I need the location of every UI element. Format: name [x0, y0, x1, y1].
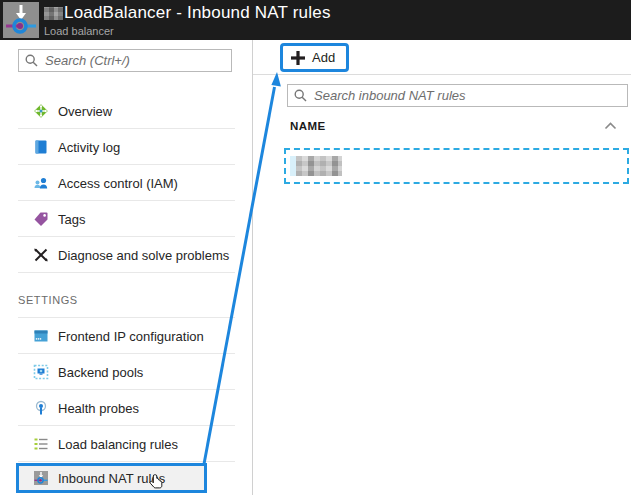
inbound-nat-rules-icon — [33, 470, 49, 486]
overview-icon — [33, 103, 49, 119]
settings-section-header: SETTINGS — [0, 273, 252, 318]
menu-item-label: Overview — [58, 104, 112, 119]
menu-item-health-probes[interactable]: Health probes — [0, 390, 252, 426]
menu-item-label: Diagnose and solve problems — [58, 248, 229, 263]
column-header-name[interactable]: NAME — [290, 120, 325, 132]
menu-item-label: Tags — [58, 212, 85, 227]
redacted-name-prefix — [44, 7, 63, 20]
blade-menu: Overview Activity log — [0, 40, 253, 495]
tags-icon — [33, 211, 49, 227]
page-subtitle: Load balancer — [44, 25, 331, 37]
command-bar: Add — [253, 40, 631, 75]
inbound-nat-rules-panel: Add NAME — [253, 40, 631, 495]
nat-rules-search-box[interactable] — [287, 84, 628, 107]
settings-section-label: SETTINGS — [18, 294, 78, 306]
menu-item-label: Health probes — [58, 401, 139, 416]
access-control-icon — [33, 175, 49, 191]
nat-rule-row[interactable] — [284, 148, 629, 184]
page-title: LoadBalancer - Inbound NAT rules — [64, 3, 331, 23]
menu-item-label: Inbound NAT rules — [58, 471, 165, 486]
redacted-rule-name-block — [296, 156, 342, 176]
menu-item-frontend-ip[interactable]: Frontend IP configuration — [0, 318, 252, 354]
menu-item-label: Access control (IAM) — [58, 176, 178, 191]
menu-item-inbound-nat-rules-wrap: Inbound NAT rules — [0, 463, 252, 494]
menu-item-label: Activity log — [58, 140, 120, 155]
activity-log-icon — [33, 139, 49, 155]
menu-items: Overview Activity log — [0, 93, 252, 494]
search-icon — [294, 89, 307, 102]
health-probes-icon — [33, 400, 49, 416]
menu-item-backend-pools[interactable]: Backend pools — [0, 354, 252, 390]
load-balancing-rules-icon — [33, 436, 49, 452]
nat-rules-search-input[interactable] — [314, 88, 621, 103]
menu-item-label: Backend pools — [58, 365, 143, 380]
menu-item-overview[interactable]: Overview — [0, 93, 252, 129]
redacted-rule-name — [290, 156, 342, 176]
menu-search-input[interactable] — [45, 53, 225, 68]
menu-search-box[interactable] — [18, 49, 232, 72]
add-button-label: Add — [312, 50, 335, 65]
menu-item-diagnose[interactable]: Diagnose and solve problems — [0, 237, 252, 273]
table-header-row: NAME — [290, 120, 617, 132]
azure-portal-blade: LoadBalancer - Inbound NAT rules Load ba… — [0, 0, 631, 495]
load-balancer-icon — [3, 2, 39, 38]
chevron-up-icon[interactable] — [604, 122, 617, 130]
blade-header: LoadBalancer - Inbound NAT rules Load ba… — [0, 0, 631, 40]
menu-item-load-balancing-rules[interactable]: Load balancing rules — [0, 426, 252, 462]
backend-pools-icon — [33, 364, 49, 380]
plus-icon — [291, 51, 305, 65]
frontend-ip-icon — [33, 328, 49, 344]
menu-item-activity-log[interactable]: Activity log — [0, 129, 252, 165]
menu-item-tags[interactable]: Tags — [0, 201, 252, 237]
menu-item-inbound-nat-rules[interactable]: Inbound NAT rules — [16, 463, 207, 493]
add-button[interactable]: Add — [280, 43, 349, 72]
diagnose-icon — [33, 247, 49, 263]
menu-item-access-control[interactable]: Access control (IAM) — [0, 165, 252, 201]
menu-item-label: Load balancing rules — [58, 437, 178, 452]
menu-divider — [18, 461, 235, 462]
search-icon — [25, 54, 38, 67]
menu-item-label: Frontend IP configuration — [58, 329, 204, 344]
